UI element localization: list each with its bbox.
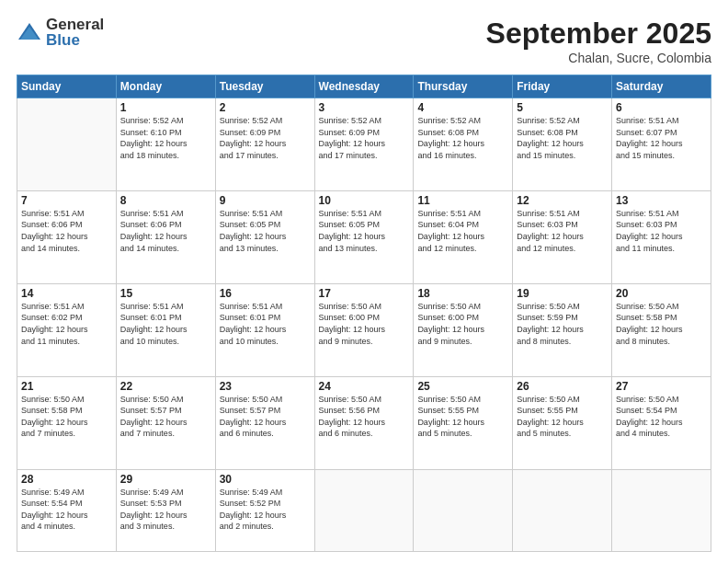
table-cell: 24Sunrise: 5:50 AMSunset: 5:56 PMDayligh… [314, 376, 414, 469]
day-number: 1 [120, 101, 211, 114]
day-info: Sunrise: 5:52 AMSunset: 6:10 PMDaylight:… [120, 115, 211, 161]
table-cell: 25Sunrise: 5:50 AMSunset: 5:55 PMDayligh… [414, 376, 513, 469]
day-number: 3 [319, 101, 410, 114]
day-info: Sunrise: 5:50 AMSunset: 5:55 PMDaylight:… [517, 394, 608, 440]
table-cell: 6Sunrise: 5:51 AMSunset: 6:07 PMDaylight… [612, 98, 711, 191]
table-cell: 12Sunrise: 5:51 AMSunset: 6:03 PMDayligh… [513, 190, 612, 283]
day-number: 10 [319, 194, 410, 207]
day-number: 23 [220, 380, 311, 393]
logo: General Blue [17, 17, 104, 48]
day-number: 26 [517, 380, 608, 393]
day-info: Sunrise: 5:52 AMSunset: 6:08 PMDaylight:… [417, 115, 508, 161]
table-cell: 13Sunrise: 5:51 AMSunset: 6:03 PMDayligh… [612, 190, 711, 283]
calendar-header-row: Sunday Monday Tuesday Wednesday Thursday… [17, 75, 711, 98]
table-cell: 16Sunrise: 5:51 AMSunset: 6:01 PMDayligh… [215, 283, 314, 376]
col-wednesday: Wednesday [314, 75, 414, 98]
day-number: 24 [319, 380, 410, 393]
col-monday: Monday [116, 75, 215, 98]
day-number: 17 [319, 287, 410, 300]
day-info: Sunrise: 5:51 AMSunset: 6:01 PMDaylight:… [220, 301, 311, 347]
day-info: Sunrise: 5:49 AMSunset: 5:53 PMDaylight:… [120, 487, 211, 533]
table-cell: 9Sunrise: 5:51 AMSunset: 6:05 PMDaylight… [215, 190, 314, 283]
day-info: Sunrise: 5:51 AMSunset: 6:06 PMDaylight:… [21, 208, 112, 254]
table-cell: 3Sunrise: 5:52 AMSunset: 6:09 PMDaylight… [314, 98, 414, 191]
day-number: 14 [21, 287, 112, 300]
day-info: Sunrise: 5:52 AMSunset: 6:09 PMDaylight:… [220, 115, 311, 161]
day-number: 18 [417, 287, 508, 300]
day-info: Sunrise: 5:50 AMSunset: 5:59 PMDaylight:… [517, 301, 608, 347]
day-number: 16 [220, 287, 311, 300]
location: Chalan, Sucre, Colombia [486, 51, 711, 65]
page: General Blue September 2025 Chalan, Sucr… [0, 0, 728, 563]
day-number: 20 [616, 287, 707, 300]
month-title: September 2025 [486, 17, 711, 51]
table-cell: 19Sunrise: 5:50 AMSunset: 5:59 PMDayligh… [513, 283, 612, 376]
day-info: Sunrise: 5:51 AMSunset: 6:07 PMDaylight:… [616, 115, 707, 161]
day-info: Sunrise: 5:49 AMSunset: 5:54 PMDaylight:… [21, 487, 112, 533]
day-info: Sunrise: 5:51 AMSunset: 6:03 PMDaylight:… [517, 208, 608, 254]
title-block: September 2025 Chalan, Sucre, Colombia [486, 17, 711, 65]
table-cell: 28Sunrise: 5:49 AMSunset: 5:54 PMDayligh… [17, 469, 117, 551]
day-number: 13 [616, 194, 707, 207]
day-number: 7 [21, 194, 112, 207]
day-info: Sunrise: 5:50 AMSunset: 5:58 PMDaylight:… [616, 301, 707, 347]
table-cell: 21Sunrise: 5:50 AMSunset: 5:58 PMDayligh… [17, 376, 117, 469]
day-info: Sunrise: 5:52 AMSunset: 6:09 PMDaylight:… [319, 115, 410, 161]
header: General Blue September 2025 Chalan, Sucr… [17, 17, 711, 65]
day-number: 4 [417, 101, 508, 114]
table-cell: 10Sunrise: 5:51 AMSunset: 6:05 PMDayligh… [314, 190, 414, 283]
day-number: 11 [417, 194, 508, 207]
day-info: Sunrise: 5:51 AMSunset: 6:04 PMDaylight:… [417, 208, 508, 254]
day-number: 21 [21, 380, 112, 393]
table-cell: 14Sunrise: 5:51 AMSunset: 6:02 PMDayligh… [17, 283, 117, 376]
day-number: 8 [120, 194, 211, 207]
table-cell [17, 98, 117, 191]
day-info: Sunrise: 5:50 AMSunset: 6:00 PMDaylight:… [319, 301, 410, 347]
calendar-week-row: 1Sunrise: 5:52 AMSunset: 6:10 PMDaylight… [17, 98, 711, 191]
calendar-week-row: 14Sunrise: 5:51 AMSunset: 6:02 PMDayligh… [17, 283, 711, 376]
table-cell: 7Sunrise: 5:51 AMSunset: 6:06 PMDaylight… [17, 190, 117, 283]
day-info: Sunrise: 5:50 AMSunset: 5:58 PMDaylight:… [21, 394, 112, 440]
day-info: Sunrise: 5:51 AMSunset: 6:06 PMDaylight:… [120, 208, 211, 254]
day-number: 6 [616, 101, 707, 114]
day-number: 30 [220, 473, 311, 486]
day-info: Sunrise: 5:50 AMSunset: 5:57 PMDaylight:… [120, 394, 211, 440]
day-info: Sunrise: 5:50 AMSunset: 6:00 PMDaylight:… [417, 301, 508, 347]
day-number: 19 [517, 287, 608, 300]
day-number: 5 [517, 101, 608, 114]
logo-text: General Blue [46, 17, 104, 48]
col-tuesday: Tuesday [215, 75, 314, 98]
day-info: Sunrise: 5:51 AMSunset: 6:03 PMDaylight:… [616, 208, 707, 254]
col-saturday: Saturday [612, 75, 711, 98]
calendar-week-row: 21Sunrise: 5:50 AMSunset: 5:58 PMDayligh… [17, 376, 711, 469]
calendar-week-row: 7Sunrise: 5:51 AMSunset: 6:06 PMDaylight… [17, 190, 711, 283]
calendar-week-row: 28Sunrise: 5:49 AMSunset: 5:54 PMDayligh… [17, 469, 711, 551]
day-info: Sunrise: 5:51 AMSunset: 6:05 PMDaylight:… [220, 208, 311, 254]
table-cell: 5Sunrise: 5:52 AMSunset: 6:08 PMDaylight… [513, 98, 612, 191]
day-info: Sunrise: 5:51 AMSunset: 6:01 PMDaylight:… [120, 301, 211, 347]
logo-icon [17, 19, 42, 45]
day-number: 2 [220, 101, 311, 114]
col-friday: Friday [513, 75, 612, 98]
table-cell: 1Sunrise: 5:52 AMSunset: 6:10 PMDaylight… [116, 98, 215, 191]
table-cell [314, 469, 414, 551]
day-info: Sunrise: 5:50 AMSunset: 5:54 PMDaylight:… [616, 394, 707, 440]
day-number: 9 [220, 194, 311, 207]
calendar-table: Sunday Monday Tuesday Wednesday Thursday… [17, 75, 711, 552]
table-cell: 27Sunrise: 5:50 AMSunset: 5:54 PMDayligh… [612, 376, 711, 469]
table-cell: 23Sunrise: 5:50 AMSunset: 5:57 PMDayligh… [215, 376, 314, 469]
logo-blue-text: Blue [46, 32, 104, 48]
day-info: Sunrise: 5:51 AMSunset: 6:02 PMDaylight:… [21, 301, 112, 347]
day-number: 12 [517, 194, 608, 207]
table-cell: 4Sunrise: 5:52 AMSunset: 6:08 PMDaylight… [414, 98, 513, 191]
day-info: Sunrise: 5:51 AMSunset: 6:05 PMDaylight:… [319, 208, 410, 254]
table-cell: 29Sunrise: 5:49 AMSunset: 5:53 PMDayligh… [116, 469, 215, 551]
table-cell [513, 469, 612, 551]
table-cell: 18Sunrise: 5:50 AMSunset: 6:00 PMDayligh… [414, 283, 513, 376]
col-thursday: Thursday [414, 75, 513, 98]
table-cell: 20Sunrise: 5:50 AMSunset: 5:58 PMDayligh… [612, 283, 711, 376]
day-info: Sunrise: 5:49 AMSunset: 5:52 PMDaylight:… [220, 487, 311, 533]
logo-general-text: General [46, 17, 104, 32]
col-sunday: Sunday [17, 75, 117, 98]
day-info: Sunrise: 5:52 AMSunset: 6:08 PMDaylight:… [517, 115, 608, 161]
